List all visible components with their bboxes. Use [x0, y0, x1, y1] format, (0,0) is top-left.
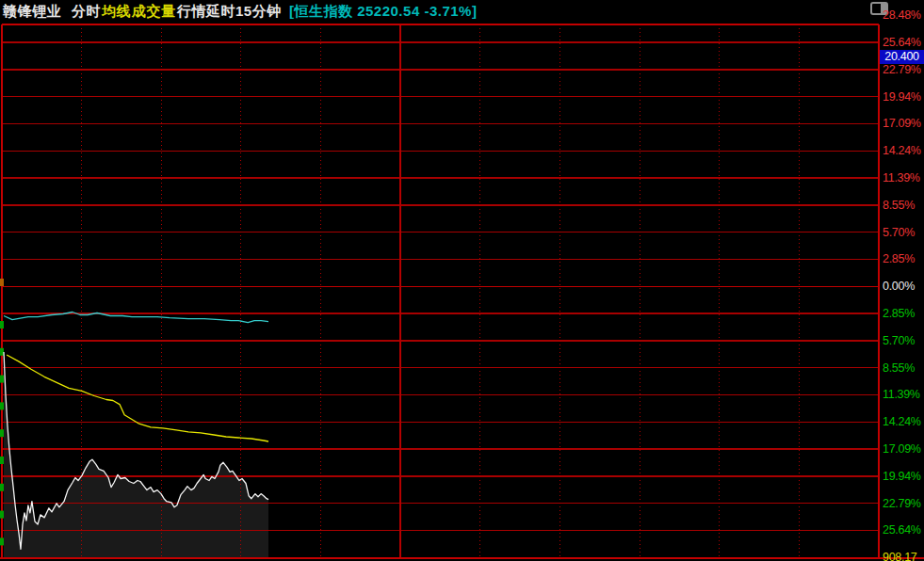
- volume-axis-label: 908.17: [883, 550, 916, 561]
- y-axis-label: 2.85%: [883, 306, 924, 321]
- y-axis-label: 25.64%: [883, 522, 924, 537]
- tab-volume[interactable]: 成交量: [132, 3, 176, 21]
- y-axis-label: 17.09%: [883, 116, 924, 131]
- stock-name: 赣锋锂业: [3, 3, 61, 21]
- trading-app-window: 赣锋锂业 分时 均线 成交量 行情延时15分钟 [恒生指数 25220.54 -…: [0, 0, 924, 561]
- left-axis-tick: [0, 402, 4, 409]
- y-axis-label: 19.94%: [883, 469, 924, 484]
- left-axis-tick: [0, 321, 4, 329]
- y-axis-label: 11.39%: [883, 170, 924, 185]
- left-axis-tick: [0, 511, 4, 519]
- y-axis-label: 17.09%: [883, 441, 924, 457]
- left-axis-tick: [0, 537, 4, 545]
- left-axis-tick: [0, 429, 4, 437]
- y-axis-label: 25.64%: [883, 35, 924, 50]
- left-axis-tick: [0, 457, 4, 464]
- y-axis-label: 14.24%: [883, 143, 924, 158]
- left-axis-tick: [0, 279, 4, 286]
- y-axis-label: 22.79%: [883, 62, 924, 77]
- y-axis-label: 5.70%: [883, 225, 924, 240]
- left-axis-tick: [0, 348, 4, 356]
- y-axis-label: 8.55%: [883, 361, 924, 376]
- tab-minute-chart[interactable]: 分时: [72, 3, 101, 21]
- current-price-tag: 20.400: [880, 50, 924, 64]
- y-axis-label: 14.24%: [883, 414, 924, 429]
- y-axis-label: 0.00%: [883, 279, 924, 294]
- left-axis-tick: [0, 484, 4, 491]
- price-area-fill: [4, 352, 268, 557]
- y-axis-label: 28.48%: [883, 8, 924, 23]
- y-axis-label: 11.39%: [883, 387, 924, 402]
- intraday-chart[interactable]: [0, 0, 924, 561]
- y-axis-label: 8.55%: [883, 198, 924, 213]
- quote-delay-notice: 行情延时15分钟: [177, 3, 282, 21]
- y-axis-label: 2.85%: [883, 251, 924, 266]
- index-quote: [恒生指数 25220.54 -3.71%]: [289, 3, 477, 21]
- left-axis-tick: [0, 376, 4, 383]
- y-axis-label: 22.79%: [883, 496, 924, 511]
- y-axis-label: 5.70%: [883, 333, 924, 348]
- tab-moving-average[interactable]: 均线: [102, 3, 131, 21]
- y-axis-label: 19.94%: [883, 89, 924, 104]
